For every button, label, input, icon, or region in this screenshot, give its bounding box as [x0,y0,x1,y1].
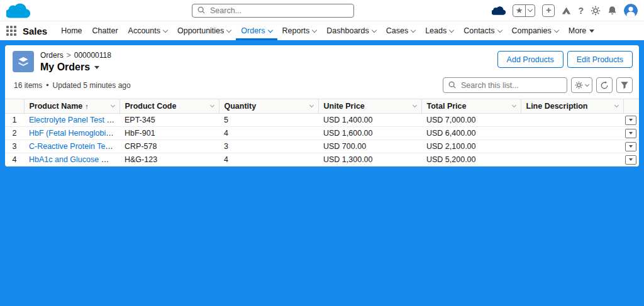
bell-icon [608,6,617,16]
chevron-down-icon[interactable] [511,103,516,107]
favorites-dropdown-button[interactable] [525,5,535,16]
nav-tabs: Home Chatter Accounts Opportunities Orde… [56,21,599,40]
product-name-link[interactable]: Electrolyte Panel Test Kit [29,116,116,124]
list-meta: 16 items • Updated 5 minutes ago [14,81,131,90]
line-description-cell [521,114,623,127]
filter-button[interactable] [616,77,633,93]
guidance-center-button[interactable] [562,6,571,15]
column-header-total-price[interactable]: Total Price [421,99,521,114]
product-name-cell: HbA1c and Glucose Combo Kit [24,153,119,167]
nav-tab-reports[interactable]: Reports [277,21,322,40]
column-header-quantity[interactable]: Quantity [219,99,318,114]
product-name-cell: Electrolyte Panel Test Kit [24,114,119,127]
layers-icon [17,55,30,68]
row-actions-button[interactable] [625,116,636,125]
einstein-icon[interactable] [492,6,506,16]
product-name-link[interactable]: HbA1c and Glucose Combo Kit [29,155,119,164]
refresh-icon [600,81,609,90]
caret-down-icon [94,66,99,69]
add-products-button[interactable]: Add Products [497,51,564,68]
search-icon [197,5,205,16]
caret-down-icon [629,119,633,121]
column-header-unite-price[interactable]: Unite Price [318,99,421,114]
page-body: Orders > 000000118 My Orders Add Product… [0,40,644,306]
table-row: 3 C-Reactive Protein Test Kit CRP-578 3 … [5,140,639,153]
row-actions-button[interactable] [625,129,636,138]
nav-tab-dashboards[interactable]: Dashboards [321,21,380,40]
gear-icon [591,6,601,16]
nav-tab-chatter[interactable]: Chatter [87,21,123,40]
chevron-down-icon[interactable] [110,103,114,107]
list-view-selector[interactable]: My Orders [40,62,111,73]
caret-down-icon [629,145,633,148]
sort-ascending-icon: ↑ [85,102,89,110]
column-header-product-name[interactable]: Product Name↑ [24,99,119,114]
row-number: 2 [5,127,24,140]
global-search[interactable] [192,4,354,18]
chevron-down-icon [371,27,376,32]
chevron-down-icon[interactable] [309,103,313,107]
nav-tab-companies[interactable]: Companies [507,21,564,40]
help-button[interactable]: ? [578,6,584,16]
global-search-input[interactable] [209,6,348,16]
product-name-cell: HbF (Fetal Hemoglobin) Test Kit [24,127,119,140]
search-icon [448,80,456,91]
meta-dot-separator: • [46,81,48,90]
column-header-line-description[interactable]: Line Description [521,99,623,114]
refresh-button[interactable] [596,77,613,93]
page-header: Orders > 000000118 My Orders Add Product… [5,45,639,74]
row-actions-button[interactable] [625,142,636,151]
chevron-down-icon [585,82,589,86]
product-name-link[interactable]: C-Reactive Protein Test Kit [29,142,119,151]
table-row: 1 Electrolyte Panel Test Kit EPT-345 5 U… [5,114,639,127]
edit-products-button[interactable]: Edit Products [567,51,633,68]
row-actions-cell [623,153,639,167]
chevron-down-icon[interactable] [209,103,214,107]
line-description-cell [521,140,623,153]
list-controls-bar: 16 items • Updated 5 minutes ago [5,74,639,99]
app-launcher-icon[interactable] [6,26,16,36]
nav-tab-orders[interactable]: Orders [236,21,277,40]
unit-price-cell: USD 1,400.00 [318,114,421,127]
nav-tab-accounts[interactable]: Accounts [123,21,172,40]
salesforce-app-window: ★ + ? [0,0,644,306]
page-titles: Orders > 000000118 My Orders [40,51,111,73]
order-products-entity-icon [13,51,34,72]
favorites-star-button[interactable]: ★ [513,5,526,16]
chevron-down-icon[interactable] [614,103,618,107]
product-name-link[interactable]: HbF (Fetal Hemoglobin) Test Kit [29,129,119,138]
breadcrumb-current-link[interactable]: 000000118 [74,51,111,60]
row-actions-cell [623,140,639,153]
breadcrumb-parent-link[interactable]: Orders [40,51,64,60]
list-tools [443,77,633,93]
nav-tab-contacts[interactable]: Contacts [458,21,506,40]
product-code-cell: EPT-345 [119,114,219,127]
list-settings-button[interactable] [571,77,592,93]
nav-tab-opportunities[interactable]: Opportunities [172,21,236,40]
nav-tab-leads[interactable]: Leads [420,21,458,40]
user-avatar[interactable] [624,4,638,18]
total-price-cell: USD 5,200.00 [421,153,521,167]
list-search-input[interactable] [460,80,564,90]
list-search[interactable] [443,77,567,93]
chevron-down-icon [411,27,416,32]
row-number: 1 [5,114,24,127]
column-header-product-code[interactable]: Product Code [119,99,219,114]
nav-tab-cases[interactable]: Cases [381,21,420,40]
chevron-down-icon [528,7,533,12]
nav-tab-home[interactable]: Home [56,21,87,40]
global-actions-button[interactable]: + [542,4,555,17]
setup-gear-button[interactable] [591,6,601,16]
notifications-button[interactable] [608,6,617,16]
chevron-down-icon[interactable] [412,103,416,107]
line-description-cell [521,127,623,140]
plus-icon: + [546,5,552,14]
caret-down-icon [589,30,594,33]
quantity-cell: 4 [219,153,318,167]
nav-tab-more[interactable]: More [564,21,599,40]
chevron-down-icon [554,27,559,32]
row-actions-button[interactable] [625,155,636,165]
product-code-cell: CRP-578 [119,140,219,153]
row-number-column-header [5,99,24,114]
person-icon [624,4,638,18]
